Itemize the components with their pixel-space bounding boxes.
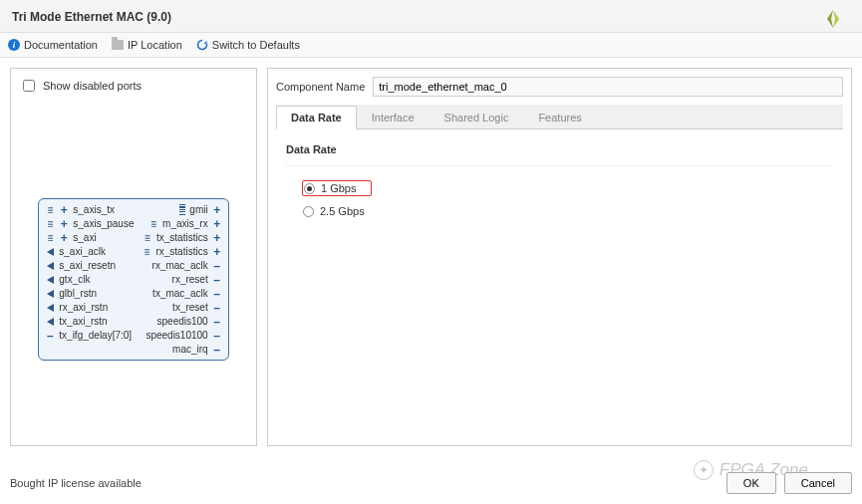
ip-block-diagram: s_axis_txs_axis_pauses_axis_axi_aclks_ax… bbox=[38, 198, 228, 361]
port-label: s_axi_resetn bbox=[59, 260, 116, 271]
pin-icon bbox=[212, 276, 222, 284]
stack-icon bbox=[179, 204, 185, 216]
port-rx-statistics: rx_statistics bbox=[142, 245, 221, 258]
component-name-label: Component Name bbox=[276, 81, 365, 93]
data-rate-radio-group: 1 Gbps2.5 Gbps bbox=[286, 180, 833, 218]
refresh-icon bbox=[196, 39, 208, 51]
pin-icon bbox=[59, 206, 69, 214]
port-label: gtx_clk bbox=[59, 274, 90, 285]
tab-interface[interactable]: Interface bbox=[357, 106, 430, 129]
port-s-axi-resetn: s_axi_resetn bbox=[45, 259, 134, 272]
bus-icon bbox=[142, 248, 151, 256]
pin-icon bbox=[212, 248, 222, 256]
pin-icon bbox=[212, 220, 222, 228]
port-tx-axi-rstn: tx_axi_rstn bbox=[45, 315, 134, 328]
documentation-link[interactable]: i Documentation bbox=[8, 39, 98, 51]
tab-shared-logic[interactable]: Shared Logic bbox=[430, 106, 524, 129]
pin-icon bbox=[212, 346, 222, 354]
show-disabled-ports-checkbox[interactable]: Show disabled ports bbox=[17, 75, 250, 103]
port-speedis10100: speedis10100 bbox=[145, 329, 221, 342]
pin-icon bbox=[212, 206, 222, 214]
port-label: s_axi_aclk bbox=[59, 246, 106, 257]
tab-strip: Data RateInterfaceShared LogicFeatures bbox=[276, 105, 843, 129]
ok-button[interactable]: OK bbox=[726, 472, 776, 494]
show-disabled-ports-label: Show disabled ports bbox=[43, 80, 142, 92]
port-label: rx_mac_aclk bbox=[152, 260, 208, 271]
pin-icon bbox=[45, 262, 55, 270]
pin-icon bbox=[45, 318, 55, 326]
tab-body-data-rate: Data Rate 1 Gbps2.5 Gbps bbox=[276, 129, 843, 232]
port-s-axi: s_axi bbox=[45, 231, 134, 244]
port-label: s_axis_tx bbox=[73, 204, 115, 215]
port-label: rx_axi_rstn bbox=[59, 302, 108, 313]
port-label: glbl_rstn bbox=[59, 288, 97, 299]
port-label: m_axis_rx bbox=[162, 218, 208, 229]
port-label: gmii bbox=[189, 204, 207, 215]
info-icon: i bbox=[8, 39, 20, 51]
port-label: s_axi bbox=[73, 232, 96, 243]
title-bar: Tri Mode Ethernet MAC (9.0) bbox=[0, 0, 862, 33]
tab-data-rate[interactable]: Data Rate bbox=[276, 106, 357, 129]
documentation-label: Documentation bbox=[24, 39, 98, 51]
port-m-axis-rx: m_axis_rx bbox=[148, 217, 222, 230]
pin-icon bbox=[45, 304, 55, 312]
port-label: s_axis_pause bbox=[73, 218, 134, 229]
radio-2-5-gbps[interactable]: 2.5 Gbps bbox=[302, 204, 833, 218]
config-panel: Component Name Data RateInterfaceShared … bbox=[267, 68, 852, 446]
license-status: Bought IP license available bbox=[10, 477, 142, 489]
port-tx-reset: tx_reset bbox=[172, 301, 222, 314]
port-label: speedis10100 bbox=[145, 330, 207, 341]
port-s-axi-aclk: s_axi_aclk bbox=[45, 245, 134, 258]
port-label: tx_ifg_delay[7:0] bbox=[59, 330, 132, 341]
port-rx-mac-aclk: rx_mac_aclk bbox=[152, 259, 222, 272]
port-s-axis-pause: s_axis_pause bbox=[45, 217, 134, 230]
pin-icon bbox=[45, 276, 55, 284]
port-tx-mac-aclk: tx_mac_aclk bbox=[152, 287, 222, 300]
ip-location-label: IP Location bbox=[128, 39, 182, 51]
pin-icon bbox=[45, 332, 55, 340]
port-label: rx_statistics bbox=[155, 246, 207, 257]
pin-icon bbox=[212, 262, 222, 270]
cancel-button[interactable]: Cancel bbox=[784, 472, 852, 494]
page-title: Tri Mode Ethernet MAC (9.0) bbox=[12, 10, 850, 24]
radio-icon bbox=[303, 206, 314, 217]
bus-icon bbox=[148, 220, 158, 228]
port-label: tx_reset bbox=[172, 302, 208, 313]
ip-location-link[interactable]: IP Location bbox=[112, 39, 182, 51]
pin-icon bbox=[212, 234, 222, 242]
port-gtx-clk: gtx_clk bbox=[45, 273, 134, 286]
port-label: rx_reset bbox=[172, 274, 208, 285]
section-label-data-rate: Data Rate bbox=[286, 143, 833, 166]
radio-label: 2.5 Gbps bbox=[320, 205, 365, 217]
bus-icon bbox=[45, 234, 55, 242]
switch-defaults-link[interactable]: Switch to Defaults bbox=[196, 39, 300, 51]
port-rx-reset: rx_reset bbox=[172, 273, 222, 286]
port-s-axis-tx: s_axis_tx bbox=[45, 203, 134, 216]
radio-icon bbox=[304, 183, 315, 194]
folder-icon bbox=[112, 40, 124, 50]
port-label: mac_irq bbox=[172, 344, 208, 355]
vendor-logo-icon bbox=[822, 8, 844, 32]
switch-defaults-label: Switch to Defaults bbox=[212, 39, 300, 51]
radio-label: 1 Gbps bbox=[321, 182, 356, 194]
port-rx-axi-rstn: rx_axi_rstn bbox=[45, 301, 134, 314]
bus-icon bbox=[45, 206, 55, 214]
port-gmii: gmii bbox=[179, 203, 221, 216]
port-tx-statistics: tx_statistics bbox=[143, 231, 222, 244]
pin-icon bbox=[45, 248, 55, 256]
footer: Bought IP license available OK Cancel bbox=[10, 472, 852, 494]
component-name-input[interactable] bbox=[373, 77, 843, 97]
block-diagram-panel: Show disabled ports s_axis_txs_axis_paus… bbox=[10, 68, 257, 446]
port-label: tx_statistics bbox=[156, 232, 208, 243]
pin-icon bbox=[212, 318, 222, 326]
main-area: Show disabled ports s_axis_txs_axis_paus… bbox=[0, 58, 862, 446]
bus-icon bbox=[143, 234, 152, 242]
port-label: tx_mac_aclk bbox=[152, 288, 208, 299]
pin-icon bbox=[59, 220, 69, 228]
pin-icon bbox=[212, 332, 222, 340]
radio-1-gbps[interactable]: 1 Gbps bbox=[302, 180, 372, 196]
show-disabled-ports-input[interactable] bbox=[23, 80, 35, 92]
tab-features[interactable]: Features bbox=[523, 106, 596, 129]
pin-icon bbox=[212, 304, 222, 312]
port-speedis100: speedis100 bbox=[157, 315, 222, 328]
